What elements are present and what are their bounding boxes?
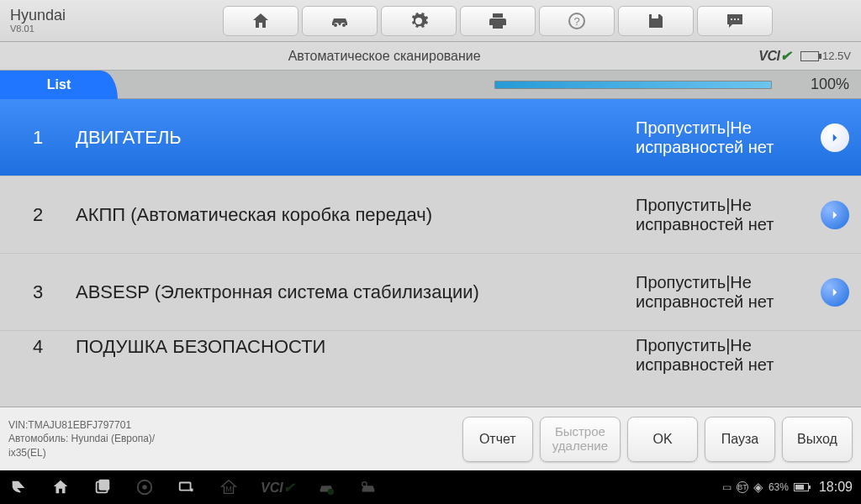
brand-name: Hyundai <box>10 8 140 24</box>
page-title: Автоматическое сканирование <box>10 49 758 64</box>
ok-button[interactable]: OK <box>627 417 698 462</box>
home-button[interactable] <box>223 6 298 36</box>
bottom-bar: VIN:TMAJU81EBFJ797701 Автомобиль: Hyunda… <box>0 407 861 470</box>
svg-rect-6 <box>98 480 109 491</box>
row-status: Пропустить|Не исправностей нет <box>636 118 821 157</box>
svg-point-2 <box>731 18 732 20</box>
svg-point-11 <box>328 489 334 495</box>
battery-nav-icon <box>794 483 809 491</box>
bt-icon: BT <box>737 481 748 493</box>
svg-point-4 <box>737 18 739 20</box>
toolbar-buttons: ? <box>140 6 856 36</box>
report-button[interactable]: Отчет <box>462 417 533 462</box>
row-status: Пропустить|Не исправностей нет <box>636 331 821 375</box>
back-icon[interactable] <box>8 478 29 496</box>
chevron-right-icon[interactable] <box>821 201 849 229</box>
android-navbar: M VCI✔ ▭ BT ◈ 63% 18:09 <box>0 470 861 504</box>
progress-bar <box>494 81 772 89</box>
screenshot-icon[interactable] <box>177 478 197 496</box>
m-app-icon[interactable]: M <box>219 478 239 496</box>
list-item[interactable]: 4 ПОДУШКА БЕЗОПАСНОСТИ Пропустить|Не исп… <box>0 331 861 365</box>
wifi-icon: ◈ <box>753 480 763 495</box>
row-system: ДВИГАТЕЛЬ <box>76 127 636 149</box>
vci-nav-icon[interactable]: VCI✔ <box>261 480 294 496</box>
progress-row: List 100% <box>0 71 861 99</box>
vehicle-button[interactable] <box>302 6 378 36</box>
vehicle-label: Автомобиль: Hyundai (Европа)/ <box>8 432 456 445</box>
voltage-label: 12.5V <box>822 50 851 62</box>
row-status: Пропустить|Не исправностей нет <box>636 196 821 234</box>
row-system: ПОДУШКА БЕЗОПАСНОСТИ <box>76 331 636 358</box>
svg-point-3 <box>734 18 736 20</box>
svg-text:?: ? <box>573 15 579 28</box>
help-button[interactable]: ? <box>539 6 615 36</box>
tab-list[interactable]: List <box>0 71 118 99</box>
feedback-button[interactable] <box>697 6 773 36</box>
brand-block: Hyundai V8.01 <box>5 8 140 34</box>
list-item[interactable]: 1 ДВИГАТЕЛЬ Пропустить|Не исправностей н… <box>0 99 861 176</box>
progress-percent: 100% <box>811 76 849 93</box>
row-status: Пропустить|Не исправностей нет <box>636 273 821 312</box>
vci-status: VCI✔ <box>758 48 790 64</box>
nav-icons-left: M VCI✔ <box>8 478 378 496</box>
save-button[interactable] <box>618 6 694 36</box>
car-service-icon[interactable] <box>358 478 378 496</box>
sub-header: Автоматическое сканирование VCI✔ 12.5V <box>0 42 861 71</box>
top-toolbar: Hyundai V8.01 ? <box>0 0 861 42</box>
system-list[interactable]: 1 ДВИГАТЕЛЬ Пропустить|Не исправностей н… <box>0 99 861 407</box>
row-system: АКПП (Автоматическая коробка передач) <box>76 204 636 226</box>
row-index: 3 <box>0 281 76 303</box>
message-icon: ▭ <box>722 481 732 493</box>
chrome-icon[interactable] <box>135 478 155 496</box>
quick-erase-button[interactable]: Быстроеудаление <box>540 417 621 462</box>
row-index: 2 <box>0 204 76 226</box>
clock: 18:09 <box>819 480 853 495</box>
svg-rect-9 <box>180 483 191 491</box>
car-check-icon[interactable] <box>316 478 336 496</box>
list-item[interactable]: 2 АКПП (Автоматическая коробка передач) … <box>0 176 861 254</box>
settings-button[interactable] <box>381 6 457 36</box>
vin-label: VIN:TMAJU81EBFJ797701 <box>8 418 456 432</box>
chevron-right-icon[interactable] <box>821 123 849 152</box>
row-system: ABSESP (Электронная система стабилизации… <box>76 281 636 303</box>
list-item[interactable]: 3 ABSESP (Электронная система стабилизац… <box>0 254 861 331</box>
battery-percent: 63% <box>769 481 789 493</box>
svg-point-8 <box>142 485 147 490</box>
vehicle-info: VIN:TMAJU81EBFJ797701 Автомобиль: Hyunda… <box>8 418 456 459</box>
battery-icon <box>800 49 822 64</box>
row-index: 4 <box>0 331 76 358</box>
status-icons: ▭ BT ◈ 63% 18:09 <box>722 480 853 495</box>
brand-version: V8.01 <box>10 24 140 34</box>
print-button[interactable] <box>460 6 536 36</box>
chevron-right-icon[interactable] <box>821 278 849 307</box>
svg-text:M: M <box>226 486 232 493</box>
model-label: ix35(EL) <box>8 446 456 459</box>
exit-button[interactable]: Выход <box>782 417 853 462</box>
recent-apps-icon[interactable] <box>92 478 113 496</box>
pause-button[interactable]: Пауза <box>705 417 775 462</box>
row-index: 1 <box>0 127 76 149</box>
home-icon[interactable] <box>50 478 71 496</box>
